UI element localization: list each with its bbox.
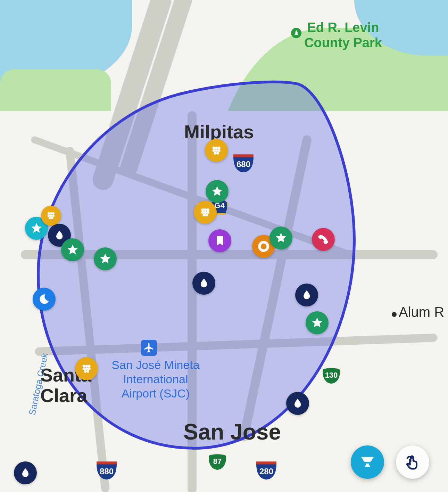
cluster-pin-icon [45,210,57,221]
shield-i880[interactable]: 880 [96,459,117,480]
star-pin-icon [99,253,111,265]
shield-i280[interactable]: 280 [256,459,277,480]
draw-gesture-icon [405,454,421,470]
map-canvas[interactable]: Ed R. Levin County Park Milpitas San Jos… [0,0,448,492]
shield-i680[interactable]: 680 [233,151,254,173]
moon-pin[interactable] [33,288,56,311]
cluster-pin[interactable] [205,139,228,162]
water-drop-pin-icon [198,277,210,289]
shield-ca87[interactable]: 87 [208,452,227,471]
water-drop-pin[interactable] [295,284,318,306]
airport-label[interactable]: San José Mineta International Airport (S… [107,358,204,400]
water-drop-pin[interactable] [192,272,215,295]
star-pin-icon [30,222,43,235]
water-drop-pin-icon [53,229,66,241]
park-label-line1: Ed R. Levin [307,20,379,35]
star-pin[interactable] [306,311,329,334]
place-label-alum-rock[interactable]: Alum R [399,304,444,320]
star-pin-icon [211,185,223,198]
star-pin[interactable] [269,227,292,249]
star-pin[interactable] [206,180,229,203]
cluster-pin-icon [199,206,211,219]
phone-pin-icon [317,233,330,246]
water-drop-pin[interactable] [14,461,37,484]
water-drop-pin[interactable] [286,392,309,415]
star-pin[interactable] [94,247,117,270]
trophy-icon [359,454,375,470]
cluster-pin-icon [210,144,223,157]
draw-region-button[interactable] [396,445,429,479]
water-drop-pin-icon [291,397,304,410]
star-pin[interactable] [61,238,84,261]
tree-icon [291,28,301,38]
star-pin-icon [311,317,323,329]
cluster-pin-icon [80,362,93,375]
cluster-pin[interactable] [194,201,217,224]
water-drop-pin-icon [300,289,313,301]
cluster-pin[interactable] [41,206,61,226]
bookmark-pin[interactable] [208,229,231,252]
target-pin-icon [257,240,270,253]
moon-pin-icon [38,293,50,305]
city-label-san-jose[interactable]: San Jose [183,420,281,444]
bookmark-pin-icon [214,235,226,247]
park-label[interactable]: Ed R. Levin County Park [304,20,382,50]
airplane-icon[interactable] [141,340,157,356]
phone-pin[interactable] [312,228,335,251]
star-pin-icon [66,244,79,256]
water-drop-pin-icon [19,467,32,479]
shield-ca130[interactable]: 130 [322,366,341,385]
poi-dot [392,312,397,317]
park-label-line2: County Park [304,35,382,50]
cluster-pin[interactable] [75,357,98,380]
achievements-button[interactable] [351,445,384,479]
star-pin-icon [275,232,287,244]
